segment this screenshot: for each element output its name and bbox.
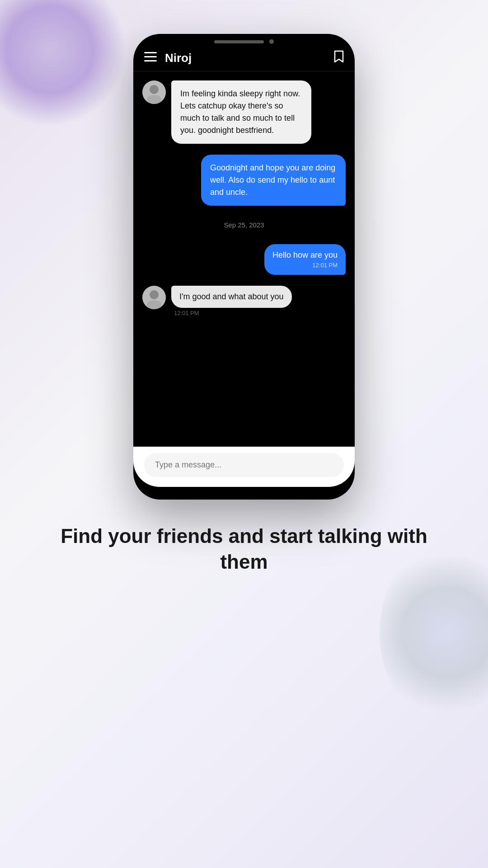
message-row-outgoing-1: Goodnight and hope you are doing well. A… <box>142 155 346 206</box>
bubble-incoming-2: I'm good and what about you <box>171 286 292 308</box>
message-row-incoming-1: Im feeling kinda sleepy right now. Lets … <box>142 80 346 144</box>
bubble-outgoing-2: Hello how are you 12:01 PM <box>264 244 346 275</box>
svg-point-4 <box>150 85 159 94</box>
svg-point-5 <box>147 95 161 104</box>
svg-point-8 <box>147 300 161 309</box>
msg-time-out: 12:01 PM <box>312 262 338 269</box>
messages-area: Im feeling kinda sleepy right now. Lets … <box>133 71 355 447</box>
svg-rect-0 <box>144 52 157 53</box>
message-row-outgoing-2: Hello how are you 12:01 PM <box>142 244 346 275</box>
bubble-incoming-1: Im feeling kinda sleepy right now. Lets … <box>171 80 311 144</box>
phone-mockup: Niroj Im feeling kinda sleepy right now.… <box>133 34 355 500</box>
svg-rect-1 <box>144 56 157 57</box>
hamburger-icon[interactable] <box>144 52 157 64</box>
message-input[interactable] <box>144 453 344 477</box>
message-row-incoming-2: I'm good and what about you 12:01 PM <box>142 286 346 316</box>
msg-time-in: 12:01 PM <box>171 310 292 316</box>
avatar-incoming-1 <box>142 80 166 104</box>
svg-point-7 <box>150 290 159 299</box>
background-blob-top <box>0 0 127 127</box>
status-bar-pill <box>214 40 264 43</box>
chat-header: Niroj <box>133 47 355 71</box>
chat-title: Niroj <box>165 51 334 65</box>
status-bar-dot <box>269 39 274 44</box>
date-divider: Sep 25, 2023 <box>142 221 346 229</box>
svg-rect-2 <box>144 60 157 61</box>
bubble-incoming-2-wrapper: I'm good and what about you 12:01 PM <box>171 286 292 316</box>
status-bar <box>133 34 355 47</box>
avatar-incoming-2 <box>142 286 166 309</box>
bubble-outgoing-1: Goodnight and hope you are doing well. A… <box>201 155 346 206</box>
bookmark-icon[interactable] <box>334 50 344 66</box>
input-bar <box>133 447 355 487</box>
